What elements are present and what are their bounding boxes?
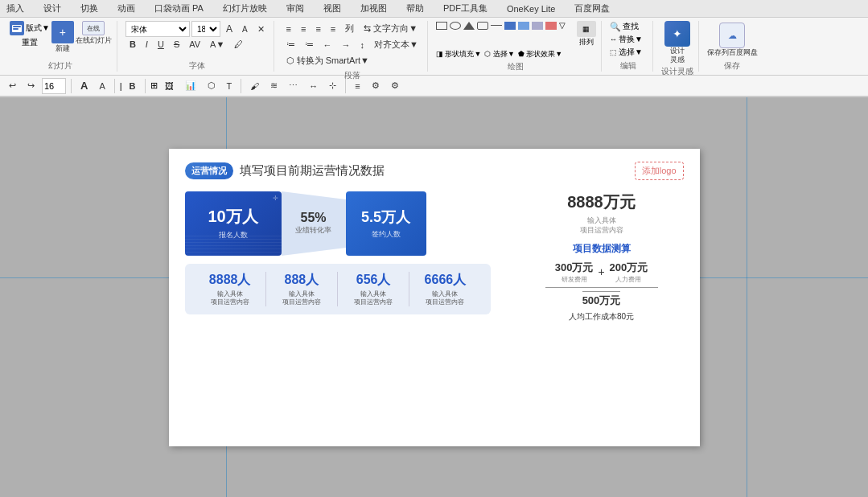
font-size-input[interactable] (42, 78, 66, 94)
font-family-select[interactable]: 宋体 (125, 21, 190, 37)
design-inspiration-btn[interactable]: ✦ 设计灵感 (664, 21, 690, 64)
misc-btn7[interactable]: ⚙ (387, 79, 403, 92)
line-spacing-btn[interactable]: ↕ (356, 39, 369, 51)
slide-title: 填写项目前期运营情况数据 (240, 163, 385, 179)
logo-placeholder[interactable]: 添加logo (635, 162, 684, 180)
strikethrough-btn[interactable]: S (170, 38, 183, 51)
right-sub-text: 输入具体 项目运营内容 (580, 216, 623, 236)
tab-slideshow[interactable]: 幻灯片放映 (220, 1, 270, 16)
save-group-label: 保存 (707, 59, 758, 72)
shape-more[interactable]: ▽ (559, 21, 572, 30)
font-grow-btn[interactable]: A (222, 22, 237, 36)
font-color-btn[interactable]: A▼ (206, 38, 228, 51)
bottom-metric-0: 8888人 输入具体 项目运营内容 (195, 272, 266, 307)
font-shrink-btn[interactable]: A (238, 23, 252, 35)
calc-num2-value: 200万元 (610, 261, 648, 275)
tab-review[interactable]: 审阅 (283, 1, 307, 16)
paragraph-group: ≡ ≡ ≡ ≡ 列 ⇆ 文字方向▼ ≔ ≔ ← → ↕ 对齐文本▼ ⬡ 转换为 … (278, 21, 428, 72)
slide-content: 运营情况 填写项目前期运营情况数据 添加logo ✛ 10万人 报名人数 (169, 149, 700, 446)
tab-view[interactable]: 视图 (320, 1, 344, 16)
right-panel: 8888万元 输入具体 项目运营内容 项目数据测算 300万元 研发费用 + (504, 191, 684, 322)
misc-btn4[interactable]: ⊹ (325, 79, 340, 92)
tab-insert[interactable]: 插入 (3, 1, 27, 16)
insert-img-btn[interactable]: 🖼 (161, 80, 178, 92)
calc-num1-value: 300万元 (555, 261, 594, 275)
replace-btn[interactable]: ↔ 替换▼ (610, 34, 643, 45)
shape-filled4[interactable] (545, 22, 557, 30)
tab-transition[interactable]: 切换 (77, 1, 101, 16)
shape-filled3[interactable] (532, 22, 543, 30)
italic-btn[interactable]: I (142, 38, 152, 51)
find-btn[interactable]: 🔍 查找 (610, 21, 639, 32)
tab-animation[interactable]: 动画 (114, 1, 138, 16)
arrange-btn[interactable]: ▦ 排列 (577, 21, 596, 47)
drawing-group-label: 绘图 (436, 60, 596, 72)
tab-design[interactable]: 设计 (40, 1, 64, 16)
paint-format-btn[interactable]: 🖌 (246, 80, 263, 92)
bottom-num-3: 6666人 (425, 272, 467, 289)
font-grow2-btn[interactable]: A (76, 78, 92, 93)
bold2-btn[interactable]: B (125, 80, 140, 92)
yunying-badge: 运营情况 (185, 162, 233, 179)
misc-btn2[interactable]: ⋯ (285, 79, 302, 92)
insert-shape2-btn[interactable]: ⬡ (204, 79, 220, 92)
col-btn[interactable]: 列 (341, 21, 358, 36)
bottom-num-2: 656人 (356, 272, 391, 289)
text-dir-btn[interactable]: ⇆ 文字方向▼ (360, 21, 422, 36)
new-slide-btn[interactable]: + 新建 (51, 21, 74, 54)
justify-btn[interactable]: ≡ (327, 23, 339, 35)
insert-text-btn[interactable]: T (223, 80, 237, 92)
undo-btn[interactable]: ↩ (5, 79, 20, 92)
shape-rect[interactable] (436, 22, 447, 30)
save-group: ☁ 保存列百度网盘 保存 (702, 21, 763, 72)
misc-btn6[interactable]: ⚙ (368, 79, 384, 92)
char-spacing-btn[interactable]: AV (185, 38, 204, 51)
align-left-btn[interactable]: ≡ (282, 23, 295, 35)
online-slide-btn[interactable]: 在线 在线幻灯片 (76, 21, 112, 46)
indent-inc-btn[interactable]: → (338, 39, 355, 51)
tab-pa[interactable]: 口袋动画 PA (151, 1, 207, 16)
underline-btn[interactable]: U (154, 38, 168, 51)
align-center-btn[interactable]: ≡ (297, 23, 310, 35)
bottom-num-1: 888人 (285, 272, 319, 289)
tab-pdf[interactable]: PDF工具集 (440, 1, 491, 16)
tab-baidu[interactable]: 百度网盘 (571, 1, 613, 16)
shape-filled2[interactable] (518, 22, 529, 30)
tab-onekey[interactable]: OneKey Lite (504, 2, 559, 15)
right-card-label: 签约人数 (372, 229, 401, 240)
shape-line[interactable] (491, 25, 502, 26)
tab-addin[interactable]: 加视图 (357, 1, 390, 16)
insert-chart-btn[interactable]: 📊 (181, 79, 200, 92)
select-btn[interactable]: ⬚ 选择▼ (610, 47, 643, 58)
tab-help[interactable]: 帮助 (403, 1, 427, 16)
shape-effect-btn[interactable]: ⬟ 形状效果▼ (518, 49, 562, 60)
shape-oval[interactable] (450, 22, 461, 30)
shape-roundrect[interactable] (477, 22, 488, 30)
reset-label[interactable]: 重置 (22, 37, 38, 48)
indent-dec-btn[interactable]: ← (319, 39, 336, 51)
shape-filled[interactable] (504, 22, 516, 30)
numbering-btn[interactable]: ≔ (301, 38, 318, 51)
redo-btn[interactable]: ↪ (23, 79, 39, 92)
smartart-btn[interactable]: ⬡ 转换为 SmartArt▼ (282, 53, 373, 68)
font-size-select[interactable]: 18 (191, 21, 220, 37)
misc-btn1[interactable]: ≋ (266, 79, 282, 92)
misc-btn5[interactable]: ≡ (351, 80, 364, 92)
calc-result: 500万元 (582, 291, 621, 308)
misc-btn3[interactable]: ↔ (305, 80, 322, 92)
list-btn[interactable]: ≔ (282, 38, 299, 51)
canvas-area: 运营情况 填写项目前期运营情况数据 添加logo ✛ 10万人 报名人数 (0, 97, 868, 497)
bold-btn[interactable]: B (125, 38, 140, 51)
section-title: 项目数据测算 (573, 242, 631, 256)
clear-format-btn[interactable]: ✕ (253, 23, 269, 36)
shape-fill-btn[interactable]: ◨ 形状填充▼ (436, 49, 481, 60)
quick-styles-btn[interactable]: ⬡ 选择▼ (484, 49, 514, 60)
shape-triangle[interactable] (463, 22, 475, 30)
highlight-btn[interactable]: 🖊 (230, 38, 247, 51)
align-text-btn[interactable]: 对齐文本▼ (370, 37, 422, 52)
font-shrink2-btn[interactable]: A (95, 80, 109, 92)
save-baidu-btn[interactable]: ☁ 保存列百度网盘 (707, 23, 758, 57)
separator3 (145, 79, 146, 93)
separator4 (241, 79, 241, 93)
align-right-btn[interactable]: ≡ (311, 23, 324, 35)
